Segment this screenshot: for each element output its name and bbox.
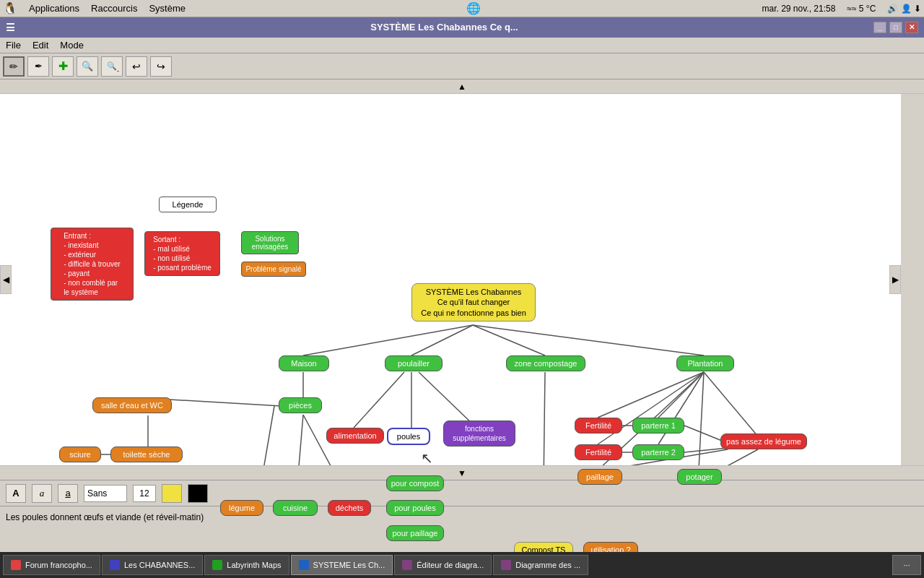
node-parterre2[interactable]: parterre 2 [632,444,684,460]
node-salle-eau[interactable]: salle d'eau et WC [92,397,172,413]
add-tool[interactable]: ✚ [52,56,74,77]
status-text: Les poules donnent œufs et viande (et ré… [6,512,204,522]
svg-line-10 [419,372,476,428]
node-pour-compost[interactable]: pour compost [386,475,444,491]
taskbar-item-0[interactable]: Forum francopho... [3,555,100,575]
svg-line-32 [684,426,722,441]
taskbar-item-3[interactable]: SYSTEME Les Ch... [291,555,393,575]
menu-raccourcis[interactable]: Raccourcis [91,3,137,14]
hamburger-icon[interactable]: ☰ [6,17,15,38]
scroll-top[interactable]: ▲ [0,79,924,94]
status-bar: Les poules donnent œufs et viande (et ré… [0,506,924,527]
legend-title: Légende [159,197,217,212]
chrome-icon[interactable]: 🌐 [466,1,481,15]
taskbar-item-4[interactable]: Éditeur de diagra... [394,555,492,575]
text-color-picker[interactable] [188,484,208,503]
node-toilette[interactable]: toilette sèche [110,447,183,462]
taskbar-item-5[interactable]: Diagramme des ... [493,555,588,575]
undo-tool[interactable]: ↩ [126,56,147,77]
bg-color-picker[interactable] [162,484,182,503]
node-alimentation[interactable]: alimentation [326,428,384,444]
font-family-input[interactable] [84,485,127,502]
maximize-button[interactable]: □ [889,22,902,33]
redo-tool[interactable]: ↪ [150,56,172,77]
node-poules[interactable]: poules [387,428,430,445]
zoom-out-tool[interactable]: 🔍- [101,56,123,77]
svg-line-21 [543,372,545,465]
taskbar-item-1[interactable]: Les CHABANNES... [102,555,203,575]
temperature: ≈≈ 5 °C [847,4,876,14]
node-fonctions[interactable]: fonctions supplémentaires [443,420,515,447]
node-legume[interactable]: légume [220,500,263,516]
svg-line-26 [658,372,704,444]
node-pieces[interactable]: pièces [279,397,322,413]
root-node[interactable]: SYSTÈME Les Chabannes Ce qu'il faut chan… [411,283,536,322]
format-bar: A a a [0,480,924,506]
svg-line-33 [684,448,728,452]
scroll-left[interactable]: ◀ [0,265,12,294]
format-bold-btn[interactable]: A [6,484,26,503]
node-dechets[interactable]: déchets [328,500,371,516]
svg-line-24 [658,372,704,418]
node-pour-poules[interactable]: pour poules [386,500,444,516]
menu-applications[interactable]: Applications [29,3,79,14]
node-paillage[interactable]: paillage [578,469,622,485]
mindmap-canvas: Légende Entrant : - inexistant - extérie… [0,94,901,465]
scroll-bottom[interactable]: ▼ [0,465,924,480]
menu-edit[interactable]: Edit [32,40,48,51]
close-button[interactable]: ✕ [905,22,918,33]
svg-line-29 [704,372,762,441]
legend-probleme: Problème signalé [241,262,306,277]
legend-sortant: Sortant : - mal utilisé - non utilisé - … [144,231,220,276]
svg-line-17 [249,406,274,465]
window-title: SYSTÈME Les Chabannes Ce q... [15,17,873,38]
svg-line-1 [411,325,473,355]
node-maison[interactable]: Maison [279,355,329,371]
node-plantation[interactable]: Plantation [676,355,734,371]
node-zone-compostage[interactable]: zone compostage [506,355,585,371]
svg-line-28 [699,372,704,465]
clock: mar. 29 nov., 21:58 [762,4,835,14]
node-sciure[interactable]: sciure [59,447,101,462]
scroll-right[interactable]: ▶ [889,265,901,294]
node-fertilite2[interactable]: Fertilité [575,444,622,460]
node-pour-paillage[interactable]: pour paillage [386,525,444,541]
format-italic-btn[interactable]: a [32,484,52,503]
taskbar-end[interactable]: ··· [892,555,921,575]
app-icon: 🐧 [3,1,17,15]
node-potager[interactable]: potager [677,469,722,485]
title-bar: ☰ SYSTÈME Les Chabannes Ce q... _ □ ✕ [0,17,924,38]
toolbar: ✏ ✒ ✚ 🔍 🔍- ↩ ↪ [0,53,924,79]
node-poulailler[interactable]: poulailler [385,355,443,371]
menu-mode[interactable]: Mode [60,40,84,51]
svg-line-2 [473,325,545,355]
legend-entrant: Entrant : - inexistant - extérieur - dif… [51,228,134,301]
select-tool[interactable]: ✏ [3,56,25,77]
node-fertilite1[interactable]: Fertilité [575,418,622,434]
window-controls: _ □ ✕ [873,22,918,33]
svg-line-5 [157,399,282,406]
legend-solutions: Solutions envisagées [241,231,299,254]
svg-line-25 [598,372,704,444]
svg-line-15 [296,415,303,465]
title-left: ☰ [6,17,15,38]
svg-line-35 [722,449,758,465]
sys-tray-icons: 🔊 👤 ⬇ [887,4,921,14]
svg-line-23 [598,372,704,418]
font-size-input[interactable] [133,485,156,502]
zoom-in-tool[interactable]: 🔍 [77,56,98,77]
file-menu-bar: File Edit Mode [0,38,924,53]
node-pas-assez[interactable]: pas assez de légume [720,434,807,449]
minimize-button[interactable]: _ [873,22,886,33]
format-underline-btn[interactable]: a [58,484,78,503]
menu-systeme[interactable]: Système [149,3,186,14]
taskbar: Forum francopho... Les CHABANNES... Laby… [0,552,924,578]
menu-file[interactable]: File [6,40,21,51]
svg-line-8 [354,372,404,428]
taskbar-item-2[interactable]: Labyrinth Maps [204,555,289,575]
pen-tool[interactable]: ✒ [27,56,49,77]
cursor: ↖ [421,449,433,467]
node-cuisine[interactable]: cuisine [273,500,318,516]
node-parterre1[interactable]: parterre 1 [632,418,684,434]
svg-line-3 [473,325,704,355]
